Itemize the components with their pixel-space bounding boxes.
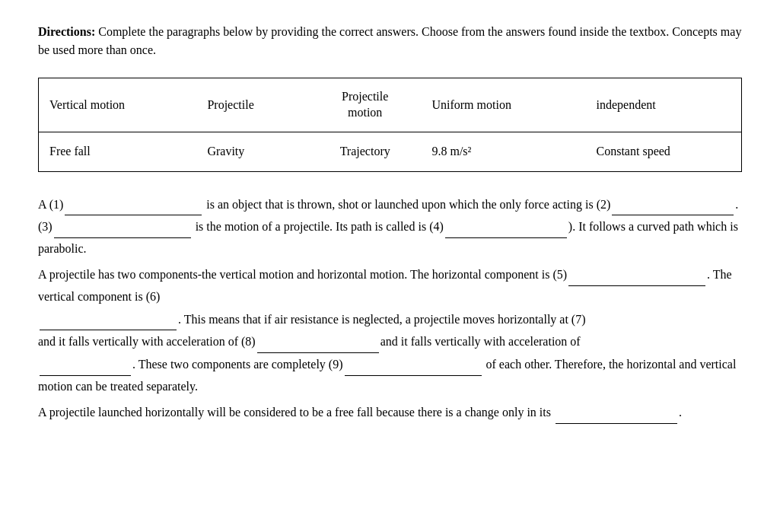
blank-10 [556,401,677,424]
blank-8 [40,353,131,376]
blank-6 [40,308,177,331]
p2-text-3: . This means that if air resistance is n… [178,313,586,326]
blank-1 [65,193,202,216]
directions-text: Directions: Complete the paragraphs belo… [38,23,742,59]
paragraph-2: A projectile has two components-the vert… [38,263,742,398]
paragraph-3: A projectile launched horizontally will … [38,401,742,424]
blank-4 [445,215,567,238]
answer-row-1: Vertical motion Projectile Projectilemot… [39,78,742,132]
answer-cell-1-4: Uniform motion [421,78,585,132]
blank-5 [568,263,705,286]
p1-text-1: A (1) [38,198,63,211]
answer-cell-2-2: Gravity [196,132,306,171]
paragraph-section: A (1) is an object that is thrown, shot … [38,193,742,424]
answer-cell-1-3: Projectilemotion [306,78,422,132]
answer-cell-2-1: Free fall [39,132,197,171]
answer-row-2: Free fall Gravity Trajectory 9.8 m/s² Co… [39,132,742,171]
p2-text-4: and it falls vertically with acceleratio… [38,335,256,348]
directions-label: Directions: [38,25,95,38]
blank-7 [257,330,379,353]
answer-cell-1-1: Vertical motion [39,78,197,132]
answer-cell-1-5: independent [586,78,742,132]
blank-3 [54,215,191,238]
p1-text-2: is an object that is thrown, shot or lau… [203,198,610,211]
answer-cell-2-5: Constant speed [586,132,742,171]
paragraph-1: A (1) is an object that is thrown, shot … [38,193,742,260]
p2-text-5: and it falls vertically with acceleratio… [380,335,581,348]
p2-text-6: . These two components are completely (9… [132,358,343,371]
p2-text-1: A projectile has two components-the vert… [38,268,567,281]
blank-2 [612,193,734,216]
answer-cell-1-2: Projectile [196,78,306,132]
blank-9 [345,353,482,376]
p1-text-4: is the motion of a projectile. Its path … [193,220,444,233]
p3-text-1: A projectile launched horizontally will … [38,406,551,419]
answer-cell-2-3: Trajectory [306,132,422,171]
p3-text-2: . [679,406,682,419]
answer-cell-2-4: 9.8 m/s² [421,132,585,171]
answer-box: Vertical motion Projectile Projectilemot… [38,78,742,172]
